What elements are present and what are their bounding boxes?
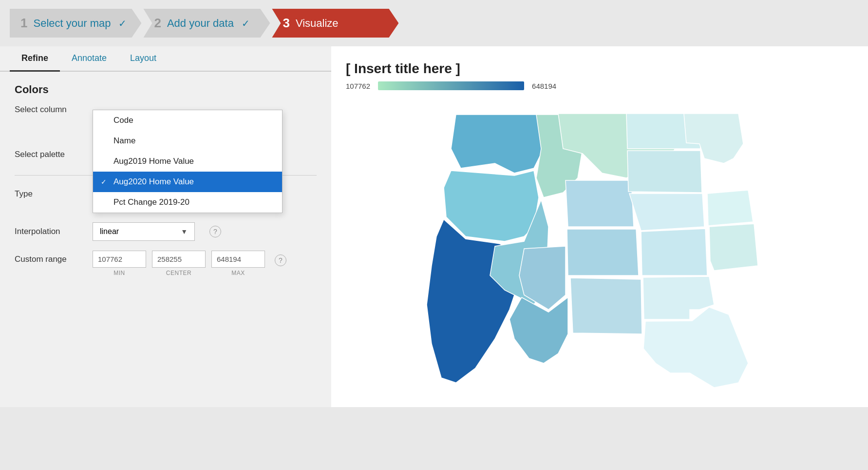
custom-range-row: Custom range MIN CENTER MAX ?: [15, 251, 317, 276]
interpolation-help-icon[interactable]: ?: [209, 226, 221, 237]
wizard-step-1[interactable]: 1 Select your map ✓: [10, 9, 141, 38]
legend-bar: 107762 648194: [346, 81, 853, 90]
state-az: [509, 297, 568, 363]
state-sd: [627, 151, 702, 193]
tabs-bar: Refine Annotate Layout: [0, 46, 331, 72]
state-nm: [570, 278, 642, 334]
range-min-input[interactable]: [93, 251, 146, 268]
dropdown-option-pct[interactable]: Pct Change 2019-20: [93, 192, 282, 213]
state-or: [444, 171, 539, 241]
content-area: Colors Select column Code Name: [0, 72, 331, 293]
dropdown-option-name[interactable]: Name: [93, 131, 282, 151]
state-ne: [629, 194, 704, 231]
type-label: Type: [15, 189, 93, 199]
step-1-label: Select your map: [33, 17, 111, 30]
step-3-label: Visualize: [296, 17, 339, 30]
custom-range-label: Custom range: [15, 255, 93, 264]
wizard-bar: 1 Select your map ✓ 2 Add your data ✓ 3 …: [0, 0, 868, 46]
range-help-icon[interactable]: ?: [275, 255, 286, 266]
dropdown-option-code[interactable]: Code: [93, 110, 282, 131]
range-center-label: CENTER: [166, 270, 191, 276]
map-title: [ Insert title here ]: [346, 61, 853, 77]
range-max-label: MAX: [231, 270, 245, 276]
range-max-input[interactable]: [211, 251, 265, 268]
state-ia: [707, 190, 753, 226]
interpolation-value: linear: [100, 227, 119, 236]
state-co: [567, 229, 639, 275]
step-2-label: Add your data: [167, 17, 234, 30]
select-column-row: Select column Code Name: [15, 105, 317, 115]
legend-max-label: 648194: [532, 82, 556, 90]
wizard-step-2[interactable]: 2 Add your data ✓: [143, 9, 270, 38]
state-mo: [709, 224, 758, 271]
tab-layout[interactable]: Layout: [118, 46, 168, 72]
range-max-group: MAX: [211, 251, 265, 276]
state-ks: [641, 229, 707, 275]
interpolation-arrow-icon: ▼: [181, 228, 188, 235]
range-center-input[interactable]: [152, 251, 206, 268]
interpolation-row: Interpolation linear ▼ ?: [15, 222, 317, 241]
step-1-number: 1: [20, 16, 27, 31]
legend-gradient: [378, 81, 524, 90]
step-3-number: 3: [283, 16, 289, 31]
interpolation-select[interactable]: linear ▼: [93, 222, 195, 241]
dropdown-option-aug2019[interactable]: Aug2019 Home Value: [93, 151, 282, 172]
step-2-check: ✓: [242, 18, 250, 29]
range-min-group: MIN: [93, 251, 146, 276]
state-ca: [427, 219, 519, 383]
left-panel: Refine Annotate Layout Colors Select col…: [0, 46, 331, 407]
tab-annotate[interactable]: Annotate: [60, 46, 118, 72]
right-panel: [ Insert title here ] 107762 648194: [331, 46, 868, 407]
choropleth-map: [346, 100, 853, 392]
range-center-group: CENTER: [152, 251, 206, 276]
state-wy: [566, 180, 634, 227]
dropdown-options[interactable]: Code Name Aug2019 Home Value ✓ Aug: [93, 110, 283, 213]
dropdown-option-aug2020[interactable]: ✓ Aug2020 Home Value: [93, 172, 282, 192]
map-container: [346, 100, 853, 392]
interpolation-label: Interpolation: [15, 227, 93, 236]
step-1-check: ✓: [118, 18, 127, 29]
tab-refine[interactable]: Refine: [10, 46, 60, 72]
range-min-label: MIN: [113, 270, 125, 276]
main-container: Refine Annotate Layout Colors Select col…: [0, 46, 868, 407]
colors-section-title: Colors: [15, 83, 317, 96]
step-2-number: 2: [154, 16, 161, 31]
legend-min-label: 107762: [346, 82, 370, 90]
select-column-label: Select column: [15, 105, 93, 115]
wizard-step-3[interactable]: 3 Visualize: [272, 9, 398, 38]
palette-label: Select palette: [15, 150, 93, 159]
range-inputs: MIN CENTER MAX: [93, 251, 265, 276]
